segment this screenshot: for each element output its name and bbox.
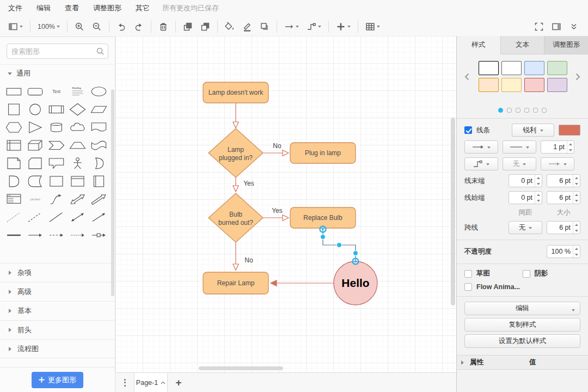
fullscreen-button[interactable] (531, 20, 547, 33)
set-default-style-button[interactable]: 设置为默认样式 (464, 334, 580, 348)
line-start-select[interactable]: 无 (503, 157, 536, 170)
search-input[interactable] (7, 44, 108, 59)
menu-file[interactable]: 文件 (1, 0, 29, 16)
style-swatch-3[interactable] (547, 61, 567, 75)
shape-link[interactable] (3, 226, 24, 244)
sidebar-section-4[interactable]: 箭头 (0, 320, 115, 339)
zoom-level-select[interactable]: 100% (35, 21, 63, 32)
node-start[interactable]: Lamp doesn't work (203, 82, 268, 103)
line-start-spacing-spinner[interactable]: 0 pt (509, 191, 542, 204)
waypoint-select[interactable] (464, 157, 498, 170)
shape-labeled-edge[interactable] (88, 226, 109, 244)
canvas-horizontal-scrollbar[interactable] (199, 366, 283, 370)
style-swatch-1[interactable] (501, 61, 522, 75)
shape-ellipse[interactable] (88, 82, 109, 100)
connection-style-button[interactable] (281, 20, 302, 33)
style-swatch-6[interactable] (524, 78, 544, 92)
shape-directional-edge[interactable] (24, 226, 46, 244)
shape-text[interactable]: Text (46, 82, 67, 100)
shape-vertical-container[interactable] (88, 172, 109, 190)
shape-triangle[interactable] (24, 118, 46, 136)
drawing-canvas[interactable]: NoYesYesNoLamp doesn't workLampplugged i… (115, 36, 456, 372)
to-front-button[interactable] (180, 20, 195, 33)
sidebar-section-general[interactable]: 通用 (0, 65, 115, 82)
shape-dotted-line[interactable] (3, 208, 24, 226)
shape-dashed-edge[interactable] (46, 226, 67, 244)
shape-textbox[interactable]: Heading (67, 82, 88, 100)
shadow-checkbox[interactable] (523, 270, 530, 278)
flow-animation-checkbox[interactable] (464, 283, 472, 291)
shape-directional-connector[interactable] (88, 208, 109, 226)
edit-style-button[interactable]: 编辑 (464, 302, 580, 315)
sidebar-scrollbar[interactable] (111, 89, 114, 296)
add-page-button[interactable]: + (168, 373, 189, 392)
node-replace[interactable]: Replace Bulb (290, 207, 356, 228)
style-swatch-0[interactable] (479, 61, 499, 75)
node-repair[interactable]: Repair Lamp (203, 272, 268, 294)
shape-diamond[interactable] (67, 100, 88, 118)
shape-step[interactable] (46, 136, 67, 154)
shape-dashed-line[interactable] (24, 208, 46, 226)
table-button[interactable] (363, 20, 383, 33)
line-end-spacing-spinner[interactable]: 0 pt (509, 174, 542, 187)
swatch-page-dot-2[interactable] (516, 108, 520, 113)
to-back-button[interactable] (198, 20, 213, 33)
edge-0[interactable] (233, 103, 238, 128)
carousel-prev-icon[interactable] (464, 73, 469, 81)
crossing-size-spinner[interactable]: 6 pt (547, 221, 580, 234)
tab-text[interactable]: 文本 (501, 36, 545, 54)
waypoint-style-button[interactable] (304, 20, 324, 33)
edge-1[interactable]: No (263, 142, 289, 156)
shape-list-item[interactable]: List Item (24, 190, 46, 208)
copy-style-button[interactable]: 复制样式 (464, 318, 580, 332)
undo-button[interactable] (114, 20, 129, 33)
swatch-page-dot-5[interactable] (542, 108, 547, 113)
view-toggle-button[interactable] (5, 20, 26, 33)
shape-dashed-edge-2[interactable] (67, 226, 88, 244)
opacity-spinner[interactable]: 100 % (547, 245, 580, 258)
canvas-vertical-scrollbar[interactable] (451, 118, 455, 305)
menu-view[interactable]: 查看 (58, 0, 86, 16)
collapse-toolbar-button[interactable] (566, 20, 581, 33)
menu-edit[interactable]: 编辑 (29, 0, 58, 16)
shape-cloud[interactable] (67, 118, 88, 136)
swatch-page-dot-4[interactable] (533, 108, 538, 113)
format-panel-toggle-button[interactable] (549, 20, 564, 33)
pages-menu-button[interactable] (115, 373, 134, 392)
shape-parallelogram[interactable] (88, 100, 109, 118)
crossing-select[interactable]: 无 (509, 221, 542, 234)
shape-cylinder[interactable] (46, 118, 67, 136)
style-swatch-2[interactable] (524, 61, 544, 75)
sidebar-section-1[interactable]: 杂项 (0, 263, 115, 282)
shape-container-title[interactable] (67, 172, 88, 190)
style-swatch-4[interactable] (479, 78, 499, 92)
style-swatch-7[interactable] (547, 78, 567, 92)
shape-square[interactable] (3, 100, 24, 118)
insert-button[interactable] (333, 20, 353, 33)
spinner-up-icon[interactable] (567, 141, 574, 147)
sidebar-section-3[interactable]: 基本 (0, 301, 115, 320)
shape-rectangle[interactable] (3, 82, 24, 100)
line-color-swatch[interactable] (559, 125, 580, 136)
line-checkbox[interactable] (464, 126, 472, 134)
shape-circle[interactable] (24, 100, 46, 118)
shape-or[interactable] (88, 154, 109, 172)
style-swatch-5[interactable] (501, 78, 522, 92)
fill-color-button[interactable] (222, 20, 237, 33)
line-color-button[interactable] (240, 20, 255, 33)
line-end-size-spinner[interactable]: 6 pt (547, 174, 580, 187)
shape-note[interactable] (3, 154, 24, 172)
shape-bidirectional-connector[interactable] (67, 208, 88, 226)
menu-extras[interactable]: 其它 (128, 0, 157, 16)
properties-header[interactable]: 属性 值 (457, 355, 588, 370)
menu-arrange[interactable]: 调整图形 (86, 0, 128, 16)
shape-list[interactable]: List (3, 190, 24, 208)
shape-document[interactable] (88, 118, 109, 136)
node-d1[interactable]: Lampplugged in? (209, 128, 263, 177)
page-tab[interactable]: Page-1 (134, 373, 168, 392)
shape-trapezoid[interactable] (67, 136, 88, 154)
edge-5[interactable] (271, 280, 334, 286)
line-sharp-select[interactable]: 锐利 (512, 124, 554, 137)
swatch-page-dot-3[interactable] (524, 108, 529, 113)
node-hello[interactable]: Hello (334, 261, 377, 305)
